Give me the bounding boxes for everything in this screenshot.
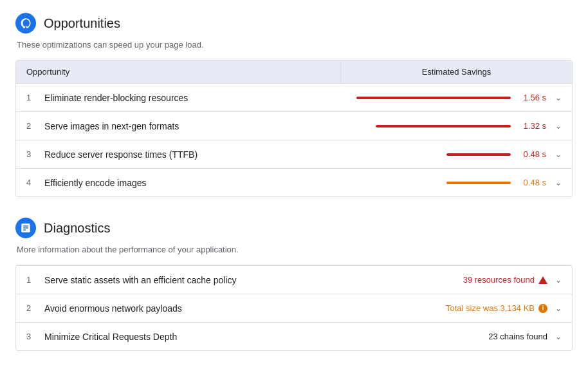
opportunities-subtitle: These optimizations can speed up your pa… bbox=[17, 40, 573, 50]
bar-container bbox=[351, 182, 511, 184]
row-left: 2 Serve images in next-gen formats bbox=[16, 115, 340, 138]
chevron-down-icon: ⌄ bbox=[555, 150, 562, 159]
opportunities-icon bbox=[15, 13, 36, 33]
diagnostics-icon bbox=[15, 218, 36, 238]
row-number: 2 bbox=[26, 121, 37, 131]
info-badge: Total size was 3,134 KB i bbox=[446, 303, 547, 313]
neutral-badge: 23 chains found bbox=[488, 332, 547, 341]
opportunities-section: Opportunities These optimizations can sp… bbox=[15, 13, 573, 197]
row-label: Minimize Critical Requests Depth bbox=[44, 332, 177, 342]
opportunities-header: Opportunities bbox=[15, 13, 573, 33]
chevron-down-icon: ⌄ bbox=[555, 332, 562, 341]
badge-text: 23 chains found bbox=[488, 332, 547, 341]
savings-value: 0.48 s bbox=[517, 149, 546, 159]
bar-container bbox=[351, 97, 511, 99]
savings-value: 0.48 s bbox=[517, 178, 546, 187]
opportunity-col-header: Opportunity bbox=[16, 61, 340, 83]
row-number: 3 bbox=[26, 332, 37, 341]
savings-bar bbox=[446, 182, 511, 184]
badge-text: 39 resources found bbox=[463, 275, 535, 285]
savings-value: 1.32 s bbox=[517, 121, 546, 131]
savings-value: 1.56 s bbox=[517, 93, 546, 102]
row-label: Avoid enormous network payloads bbox=[44, 303, 182, 314]
table-row[interactable]: 3 Reduce server response times (TTFB) 0.… bbox=[16, 140, 572, 168]
row-left: 3 Reduce server response times (TTFB) bbox=[16, 143, 340, 166]
row-right: 0.48 s ⌄ bbox=[340, 143, 572, 165]
row-number: 4 bbox=[26, 178, 37, 187]
row-label: Serve images in next-gen formats bbox=[44, 121, 179, 131]
info-circle-icon: i bbox=[538, 304, 547, 313]
row-right: 1.56 s ⌄ bbox=[340, 86, 572, 109]
row-right: 1.32 s ⌄ bbox=[340, 115, 572, 137]
row-left: 1 Eliminate render-blocking resources bbox=[16, 86, 340, 109]
diagnostics-section: Diagnostics More information about the p… bbox=[15, 218, 573, 351]
savings-bar bbox=[356, 97, 511, 99]
diagnostics-subtitle: More information about the performance o… bbox=[17, 245, 573, 254]
warning-triangle-icon bbox=[538, 276, 547, 284]
row-number: 2 bbox=[26, 303, 37, 313]
diag-row[interactable]: 1 Serve static assets with an efficient … bbox=[16, 265, 572, 294]
row-left: 4 Efficiently encode images bbox=[16, 171, 340, 194]
opportunities-table: Opportunity Estimated Savings 1 Eliminat… bbox=[15, 60, 573, 197]
row-number: 1 bbox=[26, 93, 37, 102]
chevron-down-icon: ⌄ bbox=[555, 122, 562, 131]
chevron-down-icon: ⌄ bbox=[555, 93, 562, 102]
badge-text: Total size was 3,134 KB bbox=[446, 303, 535, 313]
table-row[interactable]: 4 Efficiently encode images 0.48 s ⌄ bbox=[16, 168, 572, 196]
row-left: 3 Minimize Critical Requests Depth bbox=[16, 325, 478, 348]
diagnostics-title: Diagnostics bbox=[44, 221, 110, 236]
diag-right: Total size was 3,134 KB i ⌄ bbox=[436, 297, 572, 319]
row-label: Reduce server response times (TTFB) bbox=[44, 149, 198, 160]
opportunities-title: Opportunities bbox=[44, 16, 120, 31]
diagnostics-table: 1 Serve static assets with an efficient … bbox=[15, 265, 573, 351]
chevron-down-icon: ⌄ bbox=[555, 304, 562, 313]
row-number: 3 bbox=[26, 149, 37, 159]
row-right: 0.48 s ⌄ bbox=[340, 171, 572, 194]
row-label: Eliminate render-blocking resources bbox=[44, 93, 188, 103]
savings-col-header: Estimated Savings bbox=[340, 61, 572, 83]
diagnostics-header: Diagnostics bbox=[15, 218, 573, 238]
table-row[interactable]: 1 Eliminate render-blocking resources 1.… bbox=[16, 83, 572, 111]
warning-badge: 39 resources found bbox=[463, 275, 547, 285]
row-label: Serve static assets with an efficient ca… bbox=[44, 275, 237, 285]
opportunities-table-header: Opportunity Estimated Savings bbox=[16, 61, 572, 83]
diag-row[interactable]: 3 Minimize Critical Requests Depth 23 ch… bbox=[16, 322, 572, 350]
chevron-down-icon: ⌄ bbox=[555, 178, 562, 187]
diag-right: 23 chains found ⌄ bbox=[478, 325, 572, 348]
savings-bar bbox=[446, 153, 511, 156]
row-number: 1 bbox=[26, 275, 37, 285]
bar-container bbox=[351, 153, 511, 156]
table-row[interactable]: 2 Serve images in next-gen formats 1.32 … bbox=[16, 111, 572, 140]
diag-right: 39 resources found ⌄ bbox=[453, 269, 572, 291]
row-left: 1 Serve static assets with an efficient … bbox=[16, 269, 453, 292]
savings-bar bbox=[376, 125, 511, 128]
diag-row[interactable]: 2 Avoid enormous network payloads Total … bbox=[16, 294, 572, 322]
row-left: 2 Avoid enormous network payloads bbox=[16, 297, 436, 320]
chevron-down-icon: ⌄ bbox=[555, 276, 562, 285]
bar-container bbox=[351, 125, 511, 128]
row-label: Efficiently encode images bbox=[44, 178, 147, 188]
